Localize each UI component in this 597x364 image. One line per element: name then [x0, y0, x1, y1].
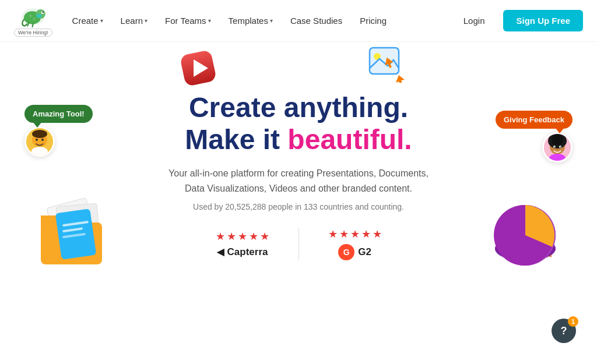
navbar: We're Hiring! Create ▾ Learn ▾ For Teams…	[0, 0, 597, 42]
hero-section: Amazing Tool! Giving Feedback	[0, 42, 597, 260]
signup-button[interactable]: Sign Up Free	[503, 10, 583, 31]
nav-learn[interactable]: Learn ▾	[113, 11, 156, 30]
capterra-rating: ★ ★ ★ ★ ★ ◀ Capterra	[187, 230, 298, 258]
hero-stats: Used by 20,525,288 people in 133 countri…	[0, 202, 597, 211]
chevron-down-icon: ▾	[270, 17, 273, 24]
svg-point-9	[36, 14, 42, 17]
g2-stars: ★ ★ ★ ★ ★	[328, 228, 382, 241]
logo-area[interactable]: We're Hiring!	[14, 5, 52, 37]
svg-point-4	[42, 11, 43, 12]
nav-create[interactable]: Create ▾	[64, 11, 111, 30]
nav-templates[interactable]: Templates ▾	[220, 11, 281, 30]
hero-subtitle: Your all-in-one platform for creating Pr…	[0, 166, 597, 196]
svg-point-5	[29, 14, 32, 17]
nav-pricing[interactable]: Pricing	[352, 11, 395, 30]
nav-links: Create ▾ Learn ▾ For Teams ▾ Templates ▾…	[64, 11, 454, 30]
svg-marker-15	[396, 75, 405, 83]
capterra-logo: ◀ Capterra	[217, 246, 268, 258]
g2-logo: G G2	[338, 244, 371, 260]
play-icon-decoration	[178, 48, 219, 89]
g2-icon: G	[338, 244, 354, 260]
nav-right: Login Sign Up Free	[454, 10, 583, 31]
login-button[interactable]: Login	[454, 11, 494, 30]
hero-title-line1: Create anything.	[0, 91, 597, 123]
g2-rating: ★ ★ ★ ★ ★ G G2	[298, 228, 411, 260]
capterra-nav-icon: ◀	[217, 246, 224, 257]
svg-point-6	[33, 17, 35, 20]
chevron-down-icon: ▾	[145, 17, 148, 24]
image-icon-decoration	[367, 45, 408, 83]
ratings-section: ★ ★ ★ ★ ★ ◀ Capterra ★ ★ ★ ★ ★ G G2	[0, 228, 597, 260]
logo-icon	[19, 5, 47, 27]
hero-title-line2: Make it beautiful.	[0, 123, 597, 156]
chevron-down-icon: ▾	[100, 17, 103, 24]
beautiful-highlight: beautiful.	[287, 124, 412, 155]
capterra-stars: ★ ★ ★ ★ ★	[216, 230, 269, 243]
nav-for-teams[interactable]: For Teams ▾	[157, 11, 219, 30]
help-button[interactable]: ? 1	[552, 319, 576, 343]
hiring-badge: We're Hiring!	[14, 29, 52, 37]
help-badge: 1	[568, 316, 578, 327]
chevron-down-icon: ▾	[208, 17, 211, 24]
nav-case-studies[interactable]: Case Studies	[282, 11, 350, 30]
